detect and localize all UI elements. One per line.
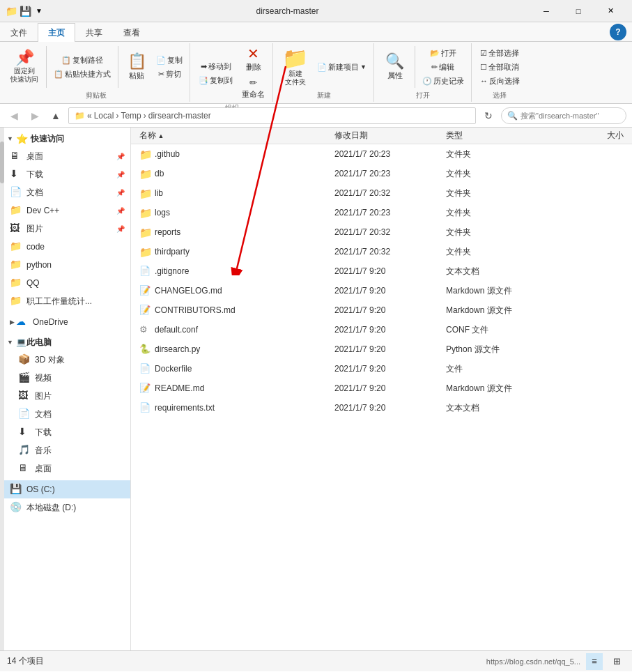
file-date: 2021/1/7 20:23 bbox=[329, 208, 440, 217]
col-header-date[interactable]: 修改日期 bbox=[329, 130, 440, 142]
delete-rename-buttons: ✕ 删除 ✏ 重命名 bbox=[238, 45, 268, 102]
paste-label: 粘贴 bbox=[129, 70, 144, 81]
table-row[interactable]: 📁 lib 2021/1/7 20:32 文件夹 bbox=[131, 183, 632, 203]
path-icon: 📁 bbox=[75, 111, 85, 121]
tab-home[interactable]: 主页 bbox=[38, 23, 75, 42]
minimize-button[interactable]: ─ bbox=[530, 0, 562, 22]
table-row[interactable]: 📄 Dockerfile 2021/1/7 9:20 文件 bbox=[131, 359, 632, 379]
maximize-button[interactable]: □ bbox=[562, 0, 594, 22]
sidebar-item-code[interactable]: 📁 code bbox=[4, 238, 130, 256]
help-button[interactable]: ? bbox=[610, 24, 626, 40]
up-button[interactable]: ▲ bbox=[47, 107, 64, 124]
table-row[interactable]: 📄 .gitignore 2021/1/7 9:20 文本文档 bbox=[131, 261, 632, 281]
search-input[interactable] bbox=[521, 112, 620, 120]
table-row[interactable]: 📝 README.md 2021/1/7 9:20 Markdown 源文件 bbox=[131, 379, 632, 398]
open-button[interactable]: 📂 打开 bbox=[419, 47, 467, 60]
sidebar-item-3d[interactable]: 📦 3D 对象 bbox=[13, 351, 130, 369]
sidebar-item-desktop[interactable]: 🖥 桌面 bbox=[13, 459, 130, 478]
sidebar-item-devcpp[interactable]: 📁 Dev C++ 📌 bbox=[4, 201, 130, 220]
sidebar-item-onedrive[interactable]: ▶ ☁ OneDrive bbox=[4, 313, 130, 331]
cut-button[interactable]: ✂ 剪切 bbox=[153, 68, 185, 81]
path-temp[interactable]: Temp bbox=[121, 111, 141, 121]
select-content: ☑ 全部选择 ☐ 全部取消 ↔ 反向选择 bbox=[477, 45, 523, 89]
sidebar-item-docs-quick[interactable]: 📄 文档 📌 bbox=[4, 183, 130, 201]
sidebar-item-c-drive[interactable]: 💾 OS (C:) bbox=[4, 480, 130, 498]
copy-path-button[interactable]: 📋 复制路径 bbox=[51, 54, 114, 67]
file-name: Dockerfile bbox=[155, 364, 192, 374]
table-row[interactable]: 📁 db 2021/1/7 20:23 文件夹 bbox=[131, 164, 632, 183]
sidebar-item-downloads[interactable]: ⬇ 下载 bbox=[13, 423, 130, 441]
sidebar-item-documents[interactable]: 📄 文档 bbox=[13, 405, 130, 423]
sidebar-item-music[interactable]: 🎵 音乐 bbox=[13, 441, 130, 459]
select-all-button[interactable]: ☑ 全部选择 bbox=[477, 47, 523, 60]
paste-shortcut-button[interactable]: 📋 粘贴快捷方式 bbox=[51, 68, 114, 81]
path-local[interactable]: Local bbox=[94, 111, 114, 121]
sidebar-item-desktop-quick[interactable]: 🖥 桌面 📌 bbox=[4, 147, 130, 165]
col-header-type[interactable]: 类型 bbox=[440, 130, 538, 142]
new-folder-button[interactable]: 📁 新建文件夹 bbox=[279, 46, 311, 89]
thispc-header[interactable]: ▼ 💻 此电脑 bbox=[4, 334, 130, 351]
table-row[interactable]: 📝 CHANGELOG.md 2021/1/7 9:20 Markdown 源文… bbox=[131, 281, 632, 300]
open-edit-history: 📂 打开 ✏ 编辑 🕐 历史记录 bbox=[419, 47, 467, 88]
new-item-button[interactable]: 📄 新建项目 ▼ bbox=[314, 61, 369, 74]
new-type-dropdown: 📄 新建项目 ▼ bbox=[314, 61, 369, 74]
details-view-button[interactable]: ≡ bbox=[586, 653, 603, 670]
quick-access-header[interactable]: ▼ ⭐ 快速访问 bbox=[4, 130, 130, 147]
rename-button[interactable]: ✏ 重命名 bbox=[238, 75, 268, 102]
table-row[interactable]: 📄 requirements.txt 2021/1/7 9:20 文本文档 bbox=[131, 398, 632, 418]
paste-button[interactable]: 📋 粘贴 bbox=[123, 52, 151, 83]
file-type: 文本文档 bbox=[440, 402, 538, 414]
table-row[interactable]: 🐍 dirsearch.py 2021/1/7 9:20 Python 源文件 bbox=[131, 339, 632, 359]
tab-file[interactable]: 文件 bbox=[0, 23, 38, 42]
file-name: dirsearch.py bbox=[155, 344, 200, 354]
history-button[interactable]: 🕐 历史记录 bbox=[419, 75, 467, 88]
back-button[interactable]: ◀ bbox=[6, 107, 22, 124]
ribbon-tabs: 文件 主页 共享 查看 ? bbox=[0, 22, 632, 42]
tab-share[interactable]: 共享 bbox=[75, 23, 113, 42]
properties-button[interactable]: 🔍 属性 bbox=[380, 52, 410, 83]
edit-button[interactable]: ✏ 编辑 bbox=[419, 61, 467, 74]
file-type: 文件夹 bbox=[440, 148, 538, 160]
table-row[interactable]: 📁 logs 2021/1/7 20:23 文件夹 bbox=[131, 203, 632, 222]
forward-button[interactable]: ▶ bbox=[26, 107, 43, 124]
pin5-icon: 📌 bbox=[116, 225, 125, 233]
qq-label: QQ bbox=[26, 278, 125, 288]
table-row[interactable]: 📁 thirdparty 2021/1/7 20:32 文件夹 bbox=[131, 242, 632, 261]
path-current[interactable]: dirsearch-master bbox=[148, 111, 211, 121]
desktop-quick-label: 桌面 bbox=[26, 151, 115, 162]
table-row[interactable]: ⚙ default.conf 2021/1/7 9:20 CONF 文件 bbox=[131, 320, 632, 339]
copy-button[interactable]: 📄 复制 bbox=[153, 54, 185, 67]
address-path[interactable]: 📁 « Local › Temp › dirsearch-master bbox=[68, 107, 476, 124]
sidebar-item-downloads-quick[interactable]: ⬇ 下载 📌 bbox=[4, 165, 130, 183]
select-none-button[interactable]: ☐ 全部取消 bbox=[477, 61, 523, 74]
sidebar-item-qq[interactable]: 📁 QQ bbox=[4, 274, 130, 292]
close-button[interactable]: ✕ bbox=[594, 0, 626, 22]
sidebar-item-video[interactable]: 🎬 视频 bbox=[13, 369, 130, 387]
sidebar-item-pictures[interactable]: 🖼 图片 bbox=[13, 387, 130, 405]
sidebar-item-d-drive[interactable]: 💿 本地磁盘 (D:) bbox=[4, 498, 130, 517]
sidebar-item-python[interactable]: 📁 python bbox=[4, 256, 130, 274]
large-icons-view-button[interactable]: ⊞ bbox=[608, 653, 625, 670]
item-count: 14 个项目 bbox=[7, 655, 44, 667]
table-row[interactable]: 📝 CONTRIBUTORS.md 2021/1/7 9:20 Markdown… bbox=[131, 300, 632, 320]
sidebar-item-work[interactable]: 📁 职工工作量统计... bbox=[4, 292, 130, 310]
sidebar-item-pictures-quick[interactable]: 🖼 图片 📌 bbox=[4, 220, 130, 238]
pin-button[interactable]: 📌 固定到快速访问 bbox=[7, 48, 42, 86]
move-to-button[interactable]: ➡ 移动到 bbox=[196, 60, 236, 73]
d-drive-icon: 💿 bbox=[10, 501, 22, 514]
copy-to-button[interactable]: 📑 复制到 bbox=[196, 74, 236, 87]
table-row[interactable]: 📁 .github 2021/1/7 20:23 文件夹 bbox=[131, 144, 632, 164]
thispc-items: 📦 3D 对象 🎬 视频 🖼 图片 📄 文档 ⬇ 下载 bbox=[4, 351, 130, 478]
table-row[interactable]: 📁 reports 2021/1/7 20:32 文件夹 bbox=[131, 222, 632, 242]
search-box[interactable]: 🔍 bbox=[501, 107, 626, 124]
refresh-button[interactable]: ↻ bbox=[480, 107, 497, 124]
col-header-name[interactable]: 名称 bbox=[134, 130, 329, 142]
delete-button[interactable]: ✕ 删除 bbox=[238, 45, 268, 75]
file-name: README.md bbox=[155, 383, 204, 393]
tab-view[interactable]: 查看 bbox=[113, 23, 151, 42]
c-drive-label: OS (C:) bbox=[26, 484, 125, 494]
invert-select-button[interactable]: ↔ 反向选择 bbox=[477, 75, 523, 88]
clipboard-buttons: 📋 复制路径 📋 粘贴快捷方式 bbox=[51, 54, 114, 81]
col-header-size[interactable]: 大小 bbox=[538, 130, 629, 142]
new-label: 新建 bbox=[317, 91, 331, 100]
